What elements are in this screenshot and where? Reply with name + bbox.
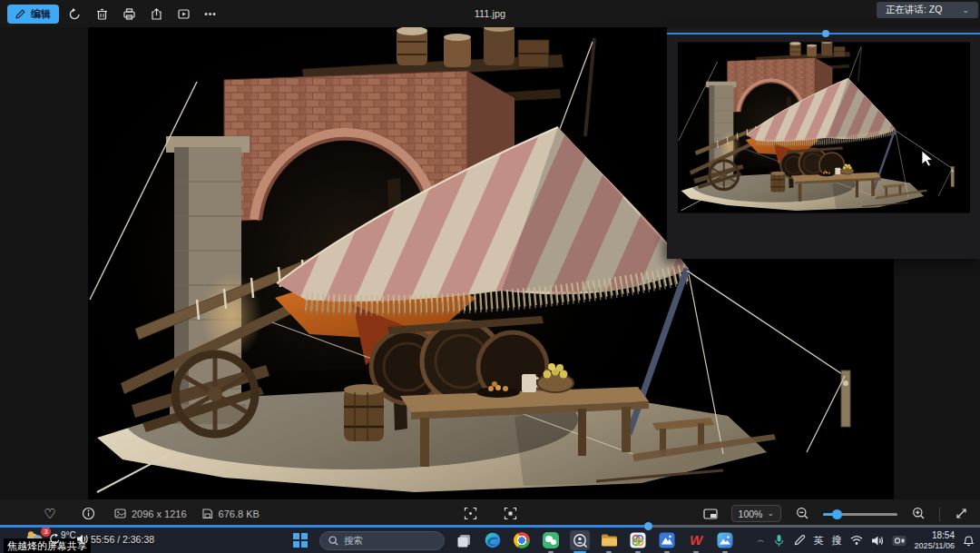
clock-date: 2025/11/06 [915,541,955,550]
chevron-up-icon[interactable]: ︿ [758,537,765,544]
speaking-label: 正在讲话: ZQ [886,4,942,16]
trash-icon [95,7,109,21]
chevron-down-icon: ⌄ [767,509,774,518]
search-input[interactable] [344,535,435,546]
playback-seekbar-played [0,525,649,528]
file-size: 676.8 KB [201,508,260,519]
volume-playback-icon[interactable] [76,533,90,545]
microphone-icon[interactable] [773,534,785,548]
color-rings-app-icon [630,532,646,548]
taskbar-tray: ︿ 英 搜 [758,528,975,553]
playback-time: 55:56 / 2:36:38 [91,534,154,545]
fullscreen-icon [955,507,968,520]
slideshow-button[interactable] [172,3,195,25]
folder-icon [601,533,618,548]
rotate-button[interactable] [63,3,86,25]
task-view-button[interactable] [454,530,474,550]
search-icon [328,536,338,546]
more-button[interactable]: ••• [199,3,222,25]
language-indicator[interactable]: 英 [814,534,824,548]
zoom-slider-thumb[interactable] [832,509,842,519]
wechat-icon [543,532,559,548]
image-dimensions: 2096 x 1216 [114,508,187,519]
svg-text:W: W [690,532,704,548]
clock-time: 18:54 [915,530,955,541]
statusbar-divider [939,507,940,521]
playback-seekbar[interactable] [0,525,980,528]
actual-size-button[interactable] [498,503,522,525]
pen-icon[interactable] [793,534,806,547]
windows-logo-icon [293,533,308,548]
more-icon: ••• [204,9,217,19]
chevron-down-icon: ⌄ [962,6,969,15]
dimensions-value: 2096 x 1216 [132,509,187,519]
replay-icon[interactable] [49,533,61,545]
mini-player-button[interactable] [699,503,722,525]
meeting-speaking-pill[interactable]: 正在讲话: ZQ ⌄ [877,2,978,18]
file-icon [201,508,213,519]
statusbar-center-group [458,499,522,528]
taskbar-app-photos[interactable] [715,530,735,550]
pip-progress-thumb[interactable] [822,30,829,37]
toolbar-left-group: 编辑 [0,3,222,25]
mountain-app-icon [659,532,675,548]
statusbar-left-group: ♡ 2096 x 1216 [38,499,260,528]
info-button[interactable] [76,503,100,525]
zoom-level-value: 100% [739,509,763,519]
mouse-cursor-icon [921,150,933,167]
taskbar-search[interactable] [319,531,445,550]
taskbar-app-meeting-active[interactable] [570,530,590,550]
chrome-icon [514,532,530,548]
start-button[interactable] [290,530,310,550]
taskbar-center-group: W [290,530,735,550]
edge-icon [485,532,501,548]
taskbar-app-wps[interactable]: W [686,530,706,550]
volume-icon[interactable] [871,535,884,547]
window-title: 111.jpg [475,0,505,27]
taskbar-app-edge[interactable] [483,530,503,550]
playback-seekbar-thumb[interactable] [644,522,652,530]
delete-button[interactable] [90,3,113,25]
edit-button[interactable]: 编辑 [7,5,59,24]
task-view-icon [456,533,472,548]
rotate-icon [68,7,82,21]
image-icon [114,508,126,519]
filesize-value: 676.8 KB [219,509,260,519]
slideshow-icon [177,7,191,21]
favorite-button[interactable]: ♡ [38,503,62,525]
tray-camera-app-icon[interactable] [892,535,906,547]
photos-statusbar: ♡ 2096 x 1216 [0,499,980,528]
photos-toolbar: 编辑 [0,0,980,27]
zoom-out-icon [796,507,809,520]
taskbar-app-rings[interactable] [628,530,648,550]
wifi-icon[interactable] [850,535,863,546]
wps-icon: W [688,532,704,548]
printer-icon [122,7,136,21]
print-button[interactable] [117,3,141,25]
edit-button-label: 编辑 [31,7,51,21]
pip-3d-scene-thumbnail [678,42,970,213]
fullscreen-button[interactable] [949,503,973,525]
zoom-slider[interactable] [823,509,897,519]
info-icon [82,507,95,520]
taskbar-app-wechat[interactable] [541,530,561,550]
notification-bell-icon[interactable] [963,534,975,547]
zoom-in-button[interactable] [906,503,930,525]
taskbar-app-mountain[interactable] [657,530,677,550]
zoom-to-fit-button[interactable] [458,503,482,525]
share-button[interactable] [144,3,168,25]
zoom-fit-icon [464,507,477,520]
meeting-app-icon [573,533,588,548]
zoom-out-button[interactable] [790,503,814,525]
meeting-pip-window[interactable] [667,27,980,259]
zoom-level-select[interactable]: 100% ⌄ [731,505,781,522]
share-icon [150,7,163,21]
actual-size-icon [504,507,517,520]
taskbar-app-chrome[interactable] [512,530,532,550]
taskbar-clock[interactable]: 18:54 2025/11/06 [915,530,955,550]
taskbar-app-file-explorer[interactable] [599,530,619,550]
statusbar-right-group: 100% ⌄ [699,499,973,528]
zoom-in-icon [912,507,926,520]
ime-indicator[interactable]: 搜 [832,534,842,548]
pencil-icon [15,8,26,19]
